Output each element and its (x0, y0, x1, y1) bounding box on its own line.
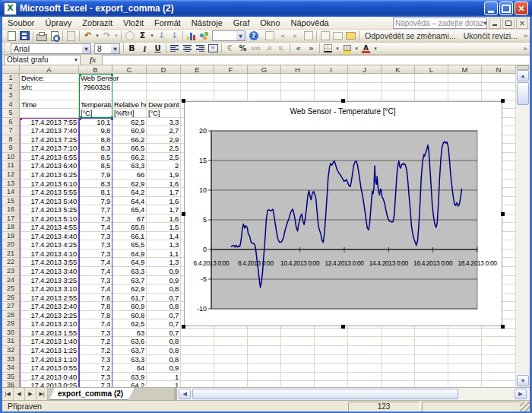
cell[interactable] (482, 381, 516, 387)
cell[interactable] (415, 91, 448, 100)
cell[interactable] (448, 329, 482, 338)
cell[interactable] (482, 337, 516, 346)
cell[interactable]: 17.4.2013 7:25 (20, 135, 79, 145)
merge-center-icon[interactable] (207, 43, 220, 54)
title-bar[interactable]: X Microsoft Excel - export_comma (2) × (0, 0, 532, 17)
cell[interactable] (415, 74, 448, 83)
format-painter-icon[interactable] (65, 30, 78, 42)
cell[interactable]: 66,2 (112, 153, 147, 162)
cell[interactable]: 0,8 (147, 337, 181, 346)
decrease-decimal-icon[interactable]: 0, (275, 43, 288, 54)
cell[interactable] (348, 74, 382, 83)
cell[interactable]: 17.4.2013 0:25 (20, 381, 79, 387)
cell[interactable] (348, 83, 382, 92)
row-header-16[interactable]: 16 (2, 205, 20, 214)
next-comment-icon[interactable]: ▶ (289, 30, 302, 42)
cell[interactable]: 17.4.2013 3:10 (20, 284, 79, 294)
cell[interactable]: Time (20, 100, 79, 110)
cell[interactable] (281, 346, 315, 355)
cell[interactable]: 7,6 (79, 294, 112, 303)
workbook-close-button[interactable]: × (516, 17, 528, 29)
next-sheet-button[interactable]: ▶ (25, 388, 36, 400)
chevron-down-icon[interactable]: ▾ (111, 44, 119, 53)
cell[interactable]: 63,6 (112, 337, 147, 346)
toolbar-options-button[interactable]: » (521, 30, 530, 42)
row-header-10[interactable]: 10 (2, 153, 20, 162)
cell[interactable]: 7,4 (79, 258, 112, 267)
cell[interactable]: 8,8 (79, 135, 112, 145)
cell[interactable]: 17.4.2013 6:25 (20, 170, 79, 179)
cell[interactable] (214, 83, 248, 92)
cell[interactable]: 1,6 (147, 214, 181, 224)
cell[interactable] (382, 346, 415, 355)
show-comments-icon[interactable] (302, 30, 315, 42)
cell[interactable] (147, 83, 181, 92)
cell[interactable]: 0,9 (147, 364, 181, 373)
cell[interactable]: 17.4.2013 2:40 (20, 302, 79, 311)
cell[interactable]: 2,5 (147, 144, 181, 153)
cell[interactable]: 0,8 (147, 302, 181, 311)
cell[interactable]: 7,4 (79, 223, 112, 232)
cell[interactable] (181, 91, 214, 100)
cell[interactable] (448, 355, 482, 364)
cell[interactable]: 66,1 (112, 232, 147, 241)
cell[interactable]: 7,3 (79, 355, 112, 364)
cell[interactable] (482, 355, 516, 364)
cell[interactable]: 17.4.2013 4:40 (20, 232, 79, 241)
cell[interactable] (214, 337, 248, 346)
cell[interactable]: 7,3 (79, 329, 112, 338)
row-header-7[interactable]: 7 (2, 126, 20, 135)
cell[interactable] (112, 91, 147, 100)
toolbar-options-button[interactable]: » (521, 43, 530, 54)
cell[interactable] (248, 91, 281, 100)
cell[interactable] (281, 373, 315, 382)
cell[interactable]: 17.4.2013 1:40 (20, 337, 79, 346)
cell[interactable] (315, 364, 348, 373)
cell[interactable]: 0,8 (147, 284, 181, 294)
cell[interactable] (181, 337, 214, 346)
cell[interactable] (482, 329, 516, 338)
row-header-9[interactable]: 9 (2, 144, 20, 153)
chart-handle[interactable] (501, 325, 505, 329)
cell[interactable]: 17.4.2013 3:25 (20, 276, 79, 285)
comma-icon[interactable]: 000 (249, 43, 262, 54)
cell[interactable]: 63,3 (112, 267, 147, 276)
cell[interactable]: Device: (20, 74, 79, 83)
cell[interactable] (147, 91, 181, 100)
cell[interactable] (348, 329, 382, 338)
row-header-28[interactable]: 28 (2, 311, 20, 320)
cell[interactable]: 8,1 (79, 188, 112, 197)
cell[interactable]: 7,4 (79, 284, 112, 294)
first-sheet-button[interactable]: |◀ (2, 388, 14, 400)
cell[interactable]: 1 (147, 373, 181, 382)
cell[interactable] (248, 346, 281, 355)
row-header-13[interactable]: 13 (2, 179, 20, 189)
close-button[interactable]: × (515, 2, 528, 15)
cell[interactable]: 1,7 (147, 188, 181, 197)
cell[interactable]: Relative hu (112, 100, 147, 110)
print-icon[interactable] (35, 30, 48, 42)
row-header-30[interactable]: 30 (2, 329, 20, 338)
cell[interactable]: 3,3 (147, 118, 181, 127)
cell[interactable]: 63 (112, 329, 147, 338)
minimize-button[interactable] (484, 2, 498, 15)
cell[interactable]: 61,7 (112, 294, 147, 303)
cell[interactable] (79, 91, 112, 100)
previous-comment-icon[interactable]: ◀ (276, 30, 289, 42)
row-header-12[interactable]: 12 (2, 170, 20, 179)
drawing-icon[interactable] (198, 30, 211, 42)
cell[interactable] (382, 364, 415, 373)
cell[interactable] (281, 381, 315, 387)
font-size-combo[interactable]: 8▾ (94, 43, 120, 54)
cell[interactable]: 2,7 (147, 126, 181, 135)
row-header-5[interactable]: 5 (2, 109, 20, 118)
cell[interactable]: 17.4.2013 4:25 (20, 240, 79, 249)
chevron-down-icon[interactable]: ▾ (483, 20, 486, 27)
name-box[interactable]: Oblast grafu ▾ (4, 55, 81, 65)
folder-icon[interactable] (344, 30, 357, 42)
menu-item[interactable]: Nápověda (286, 17, 334, 28)
column-header-H[interactable]: H (281, 65, 315, 74)
row-header-24[interactable]: 24 (2, 276, 20, 285)
row-header-34[interactable]: 34 (2, 364, 20, 373)
column-header-I[interactable]: I (315, 65, 348, 74)
